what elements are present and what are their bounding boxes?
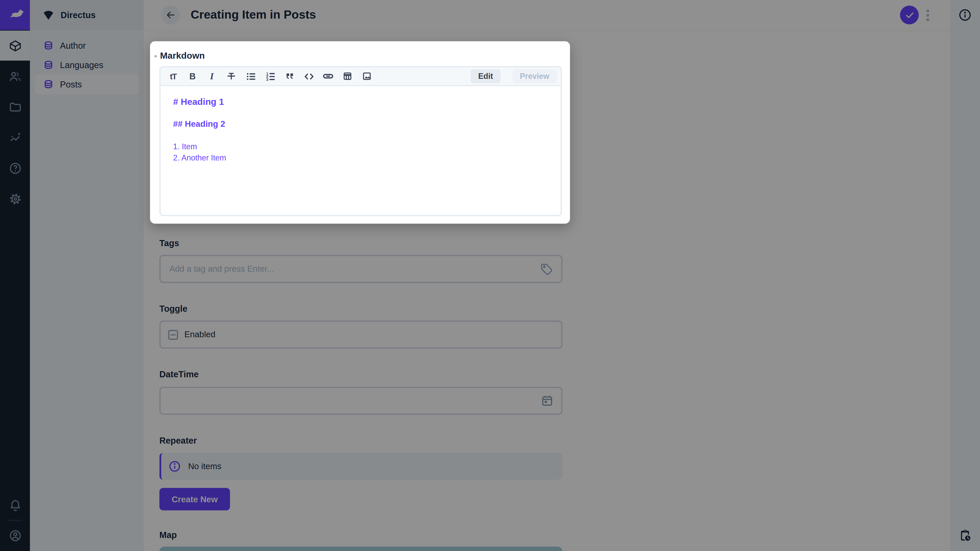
- link-icon[interactable]: [323, 71, 334, 82]
- heading-icon[interactable]: tT: [167, 71, 179, 82]
- bold-icon[interactable]: B: [187, 71, 198, 82]
- blockquote-icon[interactable]: [284, 71, 295, 82]
- image-icon[interactable]: [361, 71, 372, 82]
- markdown-line: 1. Item: [173, 141, 548, 152]
- code-icon[interactable]: [303, 71, 314, 82]
- bullet-list-icon[interactable]: [245, 71, 256, 82]
- preview-tab[interactable]: Preview: [512, 69, 557, 83]
- markdown-editor: tT B I 123: [159, 66, 562, 216]
- markdown-line: 2. Another Item: [173, 152, 548, 164]
- edit-tab[interactable]: Edit: [471, 69, 501, 83]
- markdown-line: ## Heading 2: [173, 119, 548, 130]
- markdown-field-card: Markdown tT B I 123: [150, 41, 570, 224]
- italic-icon[interactable]: I: [206, 71, 218, 82]
- strikethrough-icon[interactable]: [226, 71, 237, 82]
- numbered-list-icon[interactable]: 123: [264, 71, 275, 82]
- svg-text:3: 3: [266, 77, 268, 81]
- app-window: Directus Author Languages Posts: [0, 0, 980, 551]
- markdown-toolbar: tT B I 123: [161, 67, 560, 86]
- markdown-textarea[interactable]: # Heading 1 ## Heading 2 1. Item 2. Anot…: [161, 86, 560, 174]
- markdown-line: # Heading 1: [173, 96, 548, 107]
- markdown-field-label: Markdown: [160, 51, 205, 60]
- table-icon[interactable]: [342, 71, 353, 82]
